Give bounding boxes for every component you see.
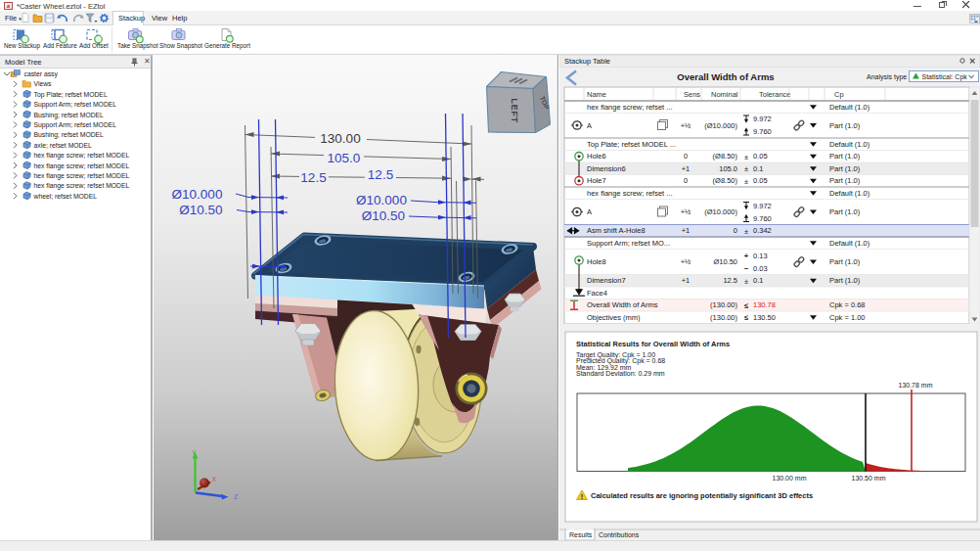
- svg-text:Part (1.0): Part (1.0): [829, 176, 861, 185]
- svg-text:+1: +1: [682, 276, 690, 285]
- svg-text:+½: +½: [681, 257, 691, 266]
- svg-text:Objectives (mm): Objectives (mm): [587, 313, 641, 322]
- svg-text:130.50: 130.50: [753, 313, 776, 322]
- svg-text:+: +: [744, 252, 749, 260]
- svg-text:±: ±: [744, 177, 748, 186]
- svg-text:Ø10.50: Ø10.50: [713, 257, 737, 266]
- svg-text:Default (1.0): Default (1.0): [829, 239, 870, 248]
- svg-text:±: ±: [744, 227, 748, 236]
- svg-text:105.0: 105.0: [719, 164, 737, 173]
- svg-text:0.342: 0.342: [753, 226, 772, 235]
- svg-text:hex flange screw; refset MODEL: hex flange screw; refset MODEL: [34, 162, 130, 170]
- svg-text:(130.00): (130.00): [710, 313, 737, 322]
- svg-text:+1: +1: [682, 226, 690, 235]
- svg-text:12.5: 12.5: [368, 167, 393, 182]
- svg-text:±: ±: [744, 277, 748, 286]
- svg-text:130.00: 130.00: [320, 131, 360, 146]
- svg-text:130.78: 130.78: [753, 300, 776, 309]
- svg-text:+½: +½: [681, 121, 691, 130]
- svg-text:Cpk = 1.00: Cpk = 1.00: [829, 313, 865, 322]
- svg-text:+½: +½: [681, 207, 691, 216]
- svg-text:Default (1.0): Default (1.0): [829, 189, 870, 198]
- svg-text:9.972: 9.972: [753, 115, 772, 123]
- svg-text:Bushing; refset MODEL: Bushing; refset MODEL: [34, 131, 105, 139]
- svg-text:130.00 mm: 130.00 mm: [772, 475, 806, 482]
- svg-text:Name: Name: [587, 90, 606, 99]
- svg-text:(Ø8.50): (Ø8.50): [713, 152, 738, 161]
- svg-text:0.03: 0.03: [753, 264, 768, 273]
- svg-text:Standard Deviation: 0.29 mm: Standard Deviation: 0.29 mm: [576, 370, 665, 377]
- svg-text:Support Arm; refset MO...: Support Arm; refset MO...: [587, 239, 670, 248]
- svg-text:0.05: 0.05: [753, 176, 768, 185]
- svg-text:Analysis type: Analysis type: [867, 73, 907, 81]
- svg-text:0: 0: [684, 152, 688, 161]
- svg-text:9.760: 9.760: [753, 214, 772, 223]
- svg-text:Results: Results: [569, 531, 593, 538]
- svg-text:(Ø8.50): (Ø8.50): [713, 176, 738, 185]
- svg-text:Part (1.0): Part (1.0): [829, 121, 861, 130]
- svg-text:Default (1.0): Default (1.0): [829, 140, 870, 149]
- svg-text:Overall Width of Arms: Overall Width of Arms: [587, 300, 658, 309]
- svg-text:+1: +1: [682, 164, 690, 173]
- svg-text:Support Arm; refset MODEL: Support Arm; refset MODEL: [34, 121, 117, 129]
- svg-text:12.5: 12.5: [723, 276, 737, 285]
- svg-text:hex flange screw; refset ...: hex flange screw; refset ...: [587, 189, 673, 198]
- svg-text:Cpk = 0.68: Cpk = 0.68: [829, 300, 865, 309]
- svg-text:130.78 mm: 130.78 mm: [898, 382, 932, 389]
- svg-text:≤: ≤: [744, 313, 748, 322]
- svg-text:!: !: [581, 493, 583, 500]
- svg-text:(Ø10.000): (Ø10.000): [704, 207, 737, 216]
- svg-text:hex flange screw; refset ...: hex flange screw; refset ...: [587, 103, 673, 112]
- svg-text:Part (1.0): Part (1.0): [829, 276, 861, 285]
- svg-text:0.05: 0.05: [753, 152, 768, 161]
- svg-text:A: A: [587, 207, 592, 216]
- svg-text:Dimension7: Dimension7: [587, 276, 626, 285]
- svg-text:−: −: [744, 264, 749, 273]
- svg-text:Stackup Table: Stackup Table: [564, 57, 610, 66]
- svg-text:Ø10.50: Ø10.50: [362, 208, 405, 223]
- svg-text:Z: Z: [234, 493, 239, 500]
- svg-text:Contributions: Contributions: [599, 531, 640, 538]
- svg-text:Part (1.0): Part (1.0): [829, 207, 861, 216]
- svg-text:Sens: Sens: [684, 90, 700, 99]
- svg-text:105.0: 105.0: [328, 151, 361, 165]
- svg-text:(Ø10.000): (Ø10.000): [704, 121, 737, 130]
- svg-text:Hole8: Hole8: [587, 257, 606, 266]
- svg-text:Statistical Results for Overal: Statistical Results for Overall Width of…: [576, 340, 730, 348]
- svg-text:(130.00): (130.00): [710, 300, 737, 309]
- svg-text:Ø10.50: Ø10.50: [179, 203, 222, 217]
- svg-text:wheel; refset MODEL: wheel; refset MODEL: [33, 193, 98, 200]
- svg-text:9.760: 9.760: [753, 127, 772, 136]
- svg-text:A: A: [587, 121, 592, 130]
- svg-text:Dimension6: Dimension6: [587, 164, 626, 173]
- svg-text:0.13: 0.13: [753, 252, 768, 260]
- svg-text:Statistical: Cpk: Statistical: Cpk: [922, 73, 968, 81]
- svg-text:Tolerance: Tolerance: [759, 90, 791, 99]
- svg-text:hex flange screw; refset MODEL: hex flange screw; refset MODEL: [34, 172, 130, 180]
- svg-text:Default (1.0): Default (1.0): [829, 103, 870, 112]
- svg-text:Hole6: Hole6: [587, 152, 606, 161]
- svg-text:axle; refset MODEL: axle; refset MODEL: [34, 142, 93, 149]
- svg-text:0.1: 0.1: [753, 164, 763, 173]
- svg-text:Asm shift A-Hole8: Asm shift A-Hole8: [587, 226, 646, 235]
- svg-text:caster assy: caster assy: [24, 70, 59, 78]
- svg-text:Cp: Cp: [834, 90, 844, 99]
- svg-text:X: X: [212, 476, 217, 482]
- svg-text:±: ±: [744, 153, 748, 161]
- svg-text:Ø10.000: Ø10.000: [356, 193, 407, 207]
- svg-text:Nominal: Nominal: [711, 90, 738, 99]
- svg-text:Part (1.0): Part (1.0): [829, 257, 861, 266]
- svg-text:9.972: 9.972: [753, 202, 772, 210]
- svg-text:Views: Views: [34, 80, 53, 87]
- svg-text:Overall Width of Arms: Overall Width of Arms: [677, 71, 774, 82]
- svg-text:0: 0: [684, 176, 688, 185]
- svg-text:Top Plate; refset MODEL ...: Top Plate; refset MODEL ...: [587, 140, 676, 149]
- svg-text:Part (1.0): Part (1.0): [829, 164, 861, 173]
- svg-text:Face4: Face4: [587, 289, 607, 298]
- svg-text:hex flange screw; refset MODEL: hex flange screw; refset MODEL: [34, 152, 130, 160]
- svg-text:0: 0: [734, 226, 737, 235]
- svg-text:0.1: 0.1: [753, 276, 763, 285]
- svg-text:Top Plate; refset MODEL: Top Plate; refset MODEL: [34, 91, 108, 99]
- svg-text:130.50 mm: 130.50 mm: [851, 475, 885, 482]
- svg-text:±: ±: [744, 164, 748, 173]
